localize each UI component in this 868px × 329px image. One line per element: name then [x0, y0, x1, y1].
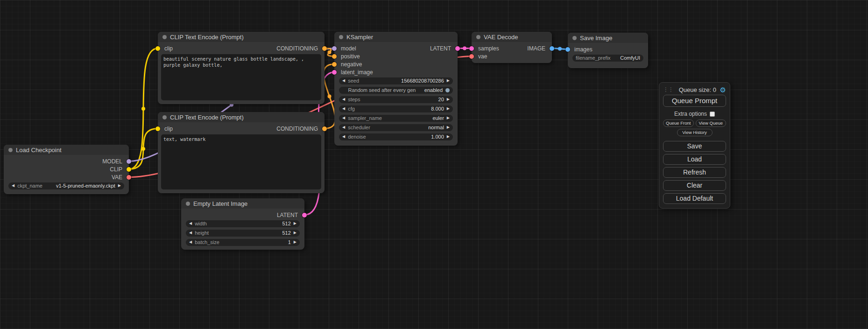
input-port-model[interactable]	[332, 46, 337, 51]
node-title-bar[interactable]: CLIP Text Encode (Prompt)	[158, 32, 325, 42]
collapse-dot[interactable]	[162, 35, 167, 39]
increment-arrow[interactable]: ▶	[447, 107, 450, 111]
increment-arrow[interactable]: ▶	[294, 231, 296, 235]
node-ksampler[interactable]: KSampler model LATENT positive negative …	[334, 32, 458, 146]
output-port-latent[interactable]	[302, 213, 307, 217]
output-port-latent[interactable]	[455, 46, 460, 51]
decrement-arrow[interactable]: ◀	[12, 184, 14, 188]
input-port-negative[interactable]	[332, 62, 337, 67]
queue-front-button[interactable]: Queue Front	[663, 119, 694, 127]
output-port-conditioning[interactable]	[322, 46, 327, 51]
widget-batch-size[interactable]: ◀ batch_size 1 ▶	[186, 239, 300, 246]
node-title-bar[interactable]: KSampler	[334, 32, 458, 42]
refresh-button[interactable]: Refresh	[663, 167, 726, 178]
decrement-arrow[interactable]: ◀	[342, 98, 345, 101]
node-graph-canvas[interactable]: Load Checkpoint MODEL CLIP VAE ◀ ckpt_na…	[0, 0, 868, 329]
view-queue-button[interactable]: View Queue	[696, 119, 727, 127]
port-row: CLIP	[4, 165, 129, 173]
collapse-dot[interactable]	[186, 202, 190, 206]
view-history-button[interactable]: View History	[677, 129, 713, 136]
node-title-bar[interactable]: VAE Decode	[472, 32, 552, 42]
node-clip-text-encode-positive[interactable]: CLIP Text Encode (Prompt) clip CONDITION…	[158, 32, 325, 104]
input-port-vae[interactable]	[469, 54, 474, 59]
widget-value: 156680208700286	[362, 78, 444, 84]
port-row: latent_image	[334, 68, 458, 76]
load-button[interactable]: Load	[663, 154, 726, 165]
increment-arrow[interactable]: ▶	[447, 135, 450, 139]
collapse-dot[interactable]	[572, 36, 577, 40]
collapse-dot[interactable]	[339, 35, 343, 39]
increment-arrow[interactable]: ▶	[447, 116, 450, 120]
port-row: vae	[472, 52, 552, 60]
extra-options-checkbox[interactable]	[710, 112, 715, 117]
decrement-arrow[interactable]: ◀	[342, 126, 345, 129]
node-title: Load Checkpoint	[16, 147, 62, 154]
decrement-arrow[interactable]: ◀	[342, 107, 345, 111]
queue-prompt-button[interactable]: Queue Prompt	[663, 95, 726, 107]
widget-seed[interactable]: ◀ seed 156680208700286 ▶	[339, 77, 453, 84]
widget-label: width	[195, 221, 207, 226]
output-port-vae[interactable]	[127, 175, 131, 180]
drag-handle-icon[interactable]: ⋮⋮	[663, 86, 673, 93]
link-midpoint-dot	[558, 47, 562, 51]
input-port-clip[interactable]	[155, 46, 160, 51]
output-port-model[interactable]	[127, 159, 131, 164]
node-clip-text-encode-negative[interactable]: CLIP Text Encode (Prompt) clip CONDITION…	[158, 112, 325, 193]
collapse-dot[interactable]	[8, 148, 13, 152]
port-row: model LATENT	[334, 44, 458, 52]
widget-denoise[interactable]: ◀ denoise 1.000 ▶	[339, 133, 453, 140]
widget-ckpt-name[interactable]: ◀ ckpt_name v1-5-pruned-emaonly.ckpt ▶	[8, 182, 124, 189]
load-default-button[interactable]: Load Default	[663, 193, 726, 204]
decrement-arrow[interactable]: ◀	[189, 240, 192, 244]
decrement-arrow[interactable]: ◀	[342, 116, 345, 120]
prompt-textarea[interactable]: text, watermark	[161, 134, 321, 189]
widget-height[interactable]: ◀ height 512 ▶	[186, 230, 300, 237]
node-save-image[interactable]: Save Image images filename_prefix ComfyU…	[568, 33, 648, 68]
input-port-samples[interactable]	[469, 46, 474, 51]
widget-filename-prefix[interactable]: filename_prefix ComfyUI	[572, 55, 643, 62]
decrement-arrow[interactable]: ◀	[189, 231, 192, 235]
input-port-latent-image[interactable]	[332, 70, 337, 75]
link-midpoint-dot	[328, 95, 332, 98]
increment-arrow[interactable]: ▶	[447, 98, 450, 101]
increment-arrow[interactable]: ▶	[118, 184, 121, 188]
widget-sampler-name[interactable]: ◀ sampler_name euler ▶	[339, 115, 453, 122]
widget-label: height	[195, 230, 209, 236]
node-title-bar[interactable]: Load Checkpoint	[4, 145, 129, 155]
input-port-positive[interactable]	[332, 54, 337, 59]
widget-width[interactable]: ◀ width 512 ▶	[186, 220, 300, 227]
decrement-arrow[interactable]: ◀	[189, 222, 192, 225]
widget-steps[interactable]: ◀ steps 20 ▶	[339, 96, 453, 103]
clear-button[interactable]: Clear	[663, 180, 726, 191]
node-title-bar[interactable]: Empty Latent Image	[181, 198, 304, 209]
node-title-bar[interactable]: CLIP Text Encode (Prompt)	[158, 112, 325, 122]
input-port-images[interactable]	[565, 47, 570, 52]
widget-label: denoise	[348, 134, 366, 140]
output-port-conditioning[interactable]	[322, 126, 327, 131]
increment-arrow[interactable]: ▶	[294, 222, 296, 225]
collapse-dot[interactable]	[476, 35, 480, 39]
increment-arrow[interactable]: ▶	[294, 240, 296, 244]
input-port-clip[interactable]	[155, 126, 160, 131]
settings-gear-icon[interactable]: ⚙	[720, 86, 726, 93]
widget-cfg[interactable]: ◀ cfg 8.000 ▶	[339, 105, 453, 112]
widget-label: scheduler	[348, 125, 370, 130]
widget-scheduler[interactable]: ◀ scheduler normal ▶	[339, 124, 453, 131]
output-port-image[interactable]	[550, 46, 554, 51]
node-empty-latent-image[interactable]: Empty Latent Image LATENT ◀ width 512 ▶ …	[181, 198, 304, 250]
node-title-bar[interactable]: Save Image	[568, 33, 648, 43]
prompt-textarea[interactable]: beautiful scenery nature glass bottle la…	[161, 54, 321, 100]
widget-random-seed-toggle[interactable]: Random seed after every gen enabled	[339, 87, 453, 94]
node-vae-decode[interactable]: VAE Decode samples IMAGE vae	[472, 32, 552, 63]
node-load-checkpoint[interactable]: Load Checkpoint MODEL CLIP VAE ◀ ckpt_na…	[4, 145, 129, 194]
output-port-clip[interactable]	[127, 167, 131, 172]
decrement-arrow[interactable]: ◀	[342, 79, 345, 83]
increment-arrow[interactable]: ▶	[447, 126, 450, 129]
toggle-knob[interactable]	[445, 88, 450, 92]
input-label-clip: clip	[164, 126, 173, 132]
save-button[interactable]: Save	[663, 141, 726, 152]
widget-value: normal	[373, 125, 444, 130]
collapse-dot[interactable]	[162, 115, 167, 119]
increment-arrow[interactable]: ▶	[447, 79, 450, 83]
decrement-arrow[interactable]: ◀	[342, 135, 345, 139]
